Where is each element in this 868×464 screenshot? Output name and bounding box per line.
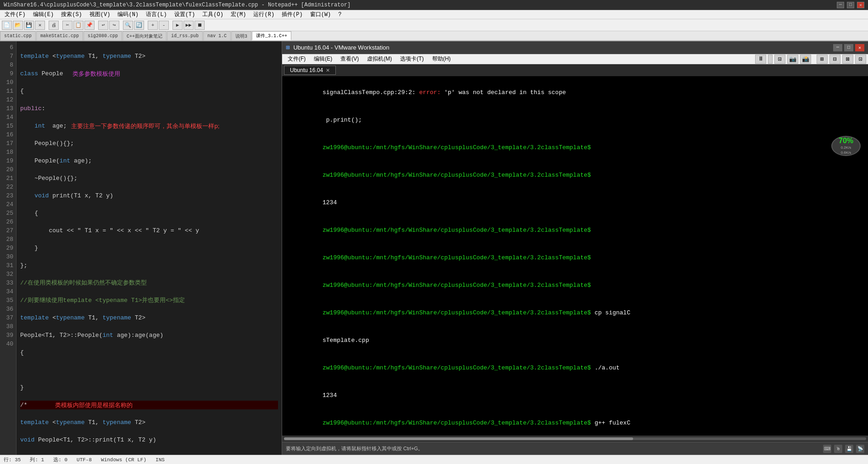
t-1234a: 1234: [323, 199, 337, 206]
annotation-internal: 类模板内部使用是根据名称的: [55, 401, 133, 409]
tb-paste[interactable]: 📌: [84, 21, 95, 30]
menu-tools[interactable]: 工具(O): [200, 10, 226, 19]
tab-nav[interactable]: nav 1.C: [203, 31, 231, 40]
tb-find[interactable]: 🔍: [123, 21, 133, 30]
scrollbar-track: [284, 437, 866, 440]
vmware-menu-view[interactable]: 查看(V): [337, 55, 362, 63]
vmware-maximize[interactable]: □: [844, 44, 853, 51]
menu-lang[interactable]: 语言(L): [143, 10, 170, 19]
menu-edit[interactable]: 编辑(E): [30, 10, 57, 19]
terminal-area[interactable]: 70% 0.2K/s 0.6K/s signalClassTempo.cpp:2…: [282, 76, 868, 436]
tb-run2[interactable]: ▶▶: [184, 21, 194, 30]
vm-pause-btn[interactable]: ⏸: [755, 55, 766, 64]
code-kw-typename: typename: [56, 52, 84, 61]
t-aout1: ./a.out: [595, 364, 620, 371]
vm-btn4[interactable]: ⊟: [829, 55, 840, 64]
vm-btn3[interactable]: ⊞: [817, 55, 828, 64]
tb-redo[interactable]: ↪: [109, 21, 119, 30]
vmware-menu: 文件(F) 编辑(E) 查看(V) 虚拟机(M) 选项卡(T) 帮助(H) ⏸ …: [282, 54, 868, 64]
tab-bar: static.cpp makeStatic.cpp sig2080.cpp C+…: [0, 31, 868, 41]
menu-window[interactable]: 窗口(W): [307, 10, 334, 19]
vm-screensend-btn[interactable]: ⊡: [774, 55, 785, 64]
vmware-menu-file[interactable]: 文件(F): [284, 55, 309, 63]
vmware-close[interactable]: ✕: [855, 44, 864, 51]
code-people-print: People<T1, T2>::print(T1 x, T2 y): [34, 436, 156, 443]
vmware-tab-ubuntu[interactable]: Ubuntu 16.04 ✕: [284, 66, 336, 75]
code-void2: void: [20, 436, 34, 443]
maximize-button[interactable]: □: [847, 2, 854, 8]
terminal-line-code: p.print();: [287, 106, 863, 134]
tb-print[interactable]: 🖨: [49, 21, 59, 30]
close-button[interactable]: ✕: [857, 2, 864, 8]
menu-view[interactable]: 视图(V): [87, 10, 113, 19]
menu-plugins[interactable]: 插件(P): [279, 10, 306, 19]
t-error-label: error:: [419, 89, 445, 96]
tab-static[interactable]: static.cpp: [0, 31, 36, 40]
tab-cpp-notes[interactable]: C++面向对象笔记: [122, 31, 167, 40]
code-age: age;: [45, 122, 67, 130]
code-public: public: [20, 105, 42, 112]
vm-snapshot-btn[interactable]: 📷: [787, 55, 798, 64]
t-p2: zw1996@ubuntu:/mnt/hgfs/WinShare/cpluspl…: [323, 172, 595, 179]
tb-run[interactable]: ▶: [172, 21, 183, 30]
tb-save[interactable]: 💾: [24, 21, 34, 30]
tb-copy[interactable]: 📋: [73, 21, 83, 30]
status-icon-4[interactable]: 📡: [856, 445, 864, 453]
t-stemplate: sTemplate.cpp: [323, 337, 369, 344]
network-percent: 70%: [839, 137, 853, 145]
vmware-menu-vm[interactable]: 虚拟机(M): [363, 55, 395, 63]
title-text: WinShare16.4\cplusplusCode\3_template\3.…: [4, 2, 351, 8]
vmware-icon: ⊞: [286, 44, 289, 51]
vmware-menu-help[interactable]: 帮助(H): [428, 55, 455, 63]
status-icon-1[interactable]: ⌨: [823, 445, 831, 453]
vm-btn5[interactable]: ⊠: [842, 55, 853, 64]
tab-sig2080[interactable]: sig2080.cpp: [83, 31, 122, 40]
menu-help[interactable]: ?: [335, 11, 344, 18]
vmware-menu-tabs[interactable]: 选项卡(T): [396, 55, 427, 63]
t-error-msg: 'p' was not declared in this scope: [444, 89, 566, 96]
vmware-tab-close[interactable]: ✕: [326, 67, 330, 73]
menu-bar: 文件(F) 编辑(E) 搜索(S) 视图(V) 编码(N) 语言(L) 设置(T…: [0, 10, 868, 19]
code-template2: template: [20, 314, 49, 321]
menu-encode[interactable]: 编码(N): [115, 10, 141, 19]
tab-explain[interactable]: 说明3: [231, 31, 251, 40]
code-t2b: T2>: [131, 419, 145, 426]
menu-run[interactable]: 运行(R): [250, 10, 277, 19]
tb-undo[interactable]: ↩: [98, 21, 108, 30]
vm-snapshot2-btn[interactable]: 📸: [800, 55, 811, 64]
code-dtor: ~People(){};: [20, 175, 78, 182]
tb-run3[interactable]: ⏹: [195, 21, 205, 30]
code-int2: int: [60, 157, 70, 164]
terminal-line-error1: signalClassTempo.cpp:29:2: error: 'p' wa…: [287, 79, 863, 106]
vmware-scrollbar[interactable]: [282, 436, 868, 442]
menu-settings[interactable]: 设置(T): [172, 10, 198, 19]
t-p6: zw1996@ubuntu:/mnt/hgfs/WinShare/cpluspl…: [323, 309, 595, 316]
vmware-minimize[interactable]: ─: [833, 44, 842, 51]
tb-replace[interactable]: 🔄: [134, 21, 144, 30]
code-area[interactable]: template <typename T1, typename T2> clas…: [17, 41, 282, 455]
tab-id-rss[interactable]: id_rss.pub: [167, 31, 203, 40]
vm-btn6[interactable]: ⊡: [855, 55, 866, 64]
vmware-status-text: 要将输入定向到虚拟机，请将鼠标指针移入其中或按 Ctrl+G。: [286, 445, 423, 452]
tb-zoom-in[interactable]: +: [148, 21, 158, 30]
menu-macro[interactable]: 宏(M): [228, 10, 249, 19]
status-icon-3[interactable]: 💾: [845, 445, 853, 453]
minimize-button[interactable]: ─: [837, 2, 844, 8]
tb-close[interactable]: ✕: [35, 21, 45, 30]
scrollbar-thumb: [284, 437, 633, 440]
tb-cut[interactable]: ✂: [62, 21, 72, 30]
tab-active[interactable]: 课件_3.1.C++: [252, 31, 291, 40]
menu-file[interactable]: 文件(F): [2, 10, 28, 19]
t-p4: zw1996@ubuntu:/mnt/hgfs/WinShare/cpluspl…: [323, 254, 595, 261]
vm-btn2[interactable]: [768, 55, 773, 64]
vmware-menu-edit[interactable]: 编辑(E): [310, 55, 336, 63]
main-area: 6 7 8 9 10 11 12 13 14 15 16 17 18 19 20…: [0, 41, 868, 455]
status-icon-2[interactable]: 🖱: [834, 445, 842, 453]
tb-open[interactable]: 📂: [13, 21, 23, 30]
code-brace1: {: [20, 88, 24, 95]
code-typename5: typename: [56, 419, 84, 426]
tab-makestatic[interactable]: makeStatic.cpp: [36, 31, 83, 40]
tb-new[interactable]: 📄: [2, 21, 12, 30]
menu-search[interactable]: 搜索(S): [58, 10, 85, 19]
tb-zoom-out[interactable]: -: [159, 21, 169, 30]
